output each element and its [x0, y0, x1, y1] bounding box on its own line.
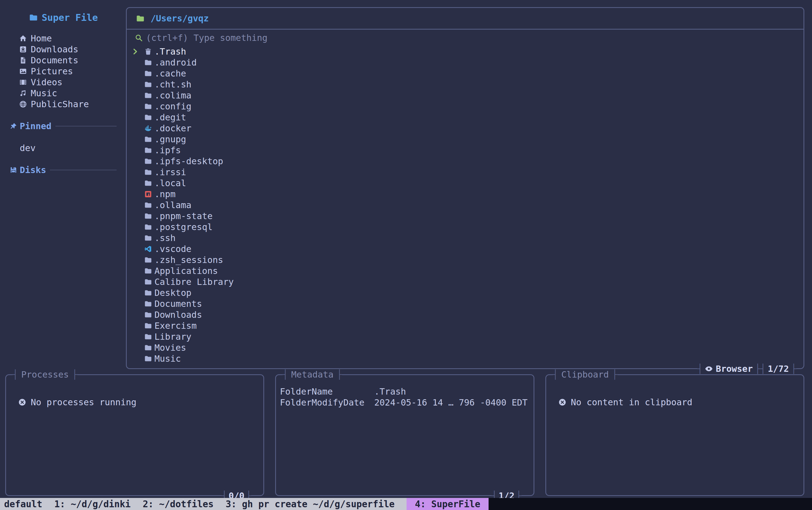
section-divider — [55, 126, 117, 126]
file-name: Documents — [154, 299, 202, 309]
file-row[interactable]: .config — [127, 101, 804, 112]
processes-panel: Processes No processes running 0/0 — [5, 374, 264, 496]
metadata-row: FolderModifyDate2024-05-16 14 … 796 -040… — [276, 397, 533, 408]
panel-mode-label: Browser — [716, 364, 755, 374]
folder-icon — [144, 114, 152, 121]
sidebar-item-videos[interactable]: Videos — [0, 77, 126, 88]
file-row[interactable]: Calibre Library — [127, 276, 804, 287]
file-row[interactable]: Applications — [127, 265, 804, 276]
pinned-item-dev[interactable]: dev — [0, 143, 126, 154]
clipboard-panel: Clipboard No content in clipboard — [545, 374, 804, 496]
file-row[interactable]: .cht.sh — [127, 79, 804, 90]
processes-panel-title: Processes — [12, 369, 77, 380]
file-name: .postgresql — [154, 222, 212, 232]
file-row[interactable]: .Trash — [127, 46, 804, 57]
statusbar-windows: 1: ~/d/g/dinki2: ~/dotfiles3: gh pr crea… — [54, 498, 489, 510]
row-gutter — [132, 102, 144, 110]
file-name: .local — [154, 178, 186, 188]
file-row[interactable]: Downloads — [127, 309, 804, 320]
sidebar-item-publicshare[interactable]: PublicShare — [0, 99, 126, 110]
file-row[interactable]: .local — [127, 178, 804, 189]
folder-icon — [144, 311, 152, 319]
metadata-value: 2024-05-16 14 … 796 -0400 EDT — [374, 397, 527, 408]
tmux-window[interactable]: 2: ~/dotfiles — [143, 498, 213, 510]
row-gutter — [132, 333, 144, 340]
row-gutter — [132, 355, 144, 362]
tmux-window-active[interactable]: 4: SuperFile — [407, 498, 488, 510]
file-name: .ipfs — [154, 145, 181, 155]
sidebar-item-documents[interactable]: Documents — [0, 55, 126, 66]
row-gutter — [132, 70, 144, 77]
file-row[interactable]: Library — [127, 331, 804, 342]
selection-chevron-icon — [132, 48, 144, 55]
file-row[interactable]: .android — [127, 57, 804, 68]
row-gutter — [132, 223, 144, 231]
tmux-window[interactable]: 3: gh pr create ~/d/g/superfile — [226, 498, 395, 510]
row-gutter — [132, 179, 144, 187]
file-row[interactable]: .irssi — [127, 167, 804, 178]
row-gutter — [132, 311, 144, 319]
file-row[interactable]: .cache — [127, 68, 804, 79]
pin-icon — [10, 123, 17, 130]
docker-icon — [144, 124, 152, 132]
file-row[interactable]: .ipfs — [127, 145, 804, 156]
file-row[interactable]: .colima — [127, 90, 804, 101]
file-row[interactable]: .vscode — [127, 243, 804, 254]
file-row[interactable]: Documents — [127, 298, 804, 309]
file-name: .cht.sh — [154, 79, 192, 90]
clipboard-empty-label: No content in clipboard — [571, 397, 692, 408]
file-name: .gnupg — [154, 134, 186, 145]
file-row[interactable]: .npm — [127, 189, 804, 200]
processes-empty-state: No processes running — [6, 397, 263, 408]
row-gutter — [132, 245, 144, 253]
row-gutter — [132, 59, 144, 66]
file-row[interactable]: Music — [127, 353, 804, 364]
file-row[interactable]: .ollama — [127, 200, 804, 211]
row-gutter — [132, 322, 144, 330]
sidebar-item-home[interactable]: Home — [0, 33, 126, 44]
row-gutter — [132, 146, 144, 154]
app-title-label: Super File — [42, 12, 98, 23]
file-row[interactable]: Desktop — [127, 287, 804, 298]
globe-icon — [19, 100, 27, 108]
file-row[interactable]: .pnpm-state — [127, 211, 804, 221]
sidebar-item-pictures[interactable]: Pictures — [0, 66, 126, 77]
sidebar-item-label: Pictures — [31, 66, 73, 77]
file-row[interactable]: .degit — [127, 112, 804, 123]
app-title: Super File — [0, 11, 126, 24]
file-row[interactable]: .ipfs-desktop — [127, 156, 804, 167]
file-row[interactable]: .gnupg — [127, 134, 804, 145]
file-row[interactable]: Exercism — [127, 320, 804, 331]
metadata-value: .Trash — [374, 386, 406, 397]
sidebar-item-downloads[interactable]: Downloads — [0, 44, 126, 55]
processes-title-label: Processes — [21, 369, 68, 380]
file-row[interactable]: .docker — [127, 123, 804, 134]
npm-icon — [144, 190, 152, 198]
disks-section-header: Disks — [0, 164, 126, 176]
home-icon — [19, 34, 27, 42]
file-row[interactable]: .ssh — [127, 233, 804, 243]
file-name: .Trash — [154, 46, 186, 57]
clipboard-panel-title: Clipboard — [553, 369, 617, 380]
circle-x-icon — [18, 398, 26, 407]
folder-icon — [144, 146, 152, 154]
file-name: .colima — [154, 90, 192, 101]
file-row[interactable]: Movies — [127, 342, 804, 353]
row-gutter — [132, 168, 144, 176]
folder-icon — [144, 289, 152, 297]
sidebar-item-label: Documents — [31, 55, 78, 65]
sidebar-item-music[interactable]: Music — [0, 88, 126, 99]
folder-icon — [144, 355, 152, 362]
file-name: .cache — [154, 68, 186, 79]
file-name: .npm — [154, 189, 176, 199]
tmux-window[interactable]: 1: ~/d/g/dinki — [54, 498, 130, 510]
folder-icon — [144, 234, 152, 242]
file-row[interactable]: .postgresql — [127, 221, 804, 233]
folder-icon — [144, 81, 152, 88]
file-row[interactable]: .zsh_sessions — [127, 254, 804, 265]
superfile-app: Super File HomeDownloadsDocumentsPicture… — [0, 0, 812, 510]
file-panel: /Users/gvqz (ctrl+f) Type something .Tra… — [126, 7, 804, 369]
search-input[interactable]: (ctrl+f) Type something — [127, 30, 804, 46]
sidebar-item-label: Videos — [31, 77, 62, 87]
bottom-panels: Processes No processes running 0/0 Metad… — [5, 374, 804, 496]
